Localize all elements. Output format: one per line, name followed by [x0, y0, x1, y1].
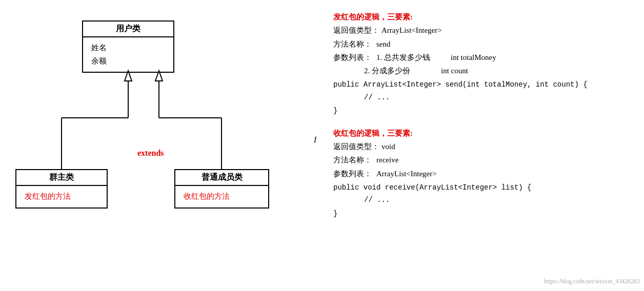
member-class-box: 普通成员类 收红包的方法: [174, 169, 269, 209]
receive-return-type: 返回值类型： void: [333, 140, 629, 153]
receive-code-body: // ...: [364, 194, 629, 206]
receive-title: 收红包的逻辑，三要素:: [333, 127, 629, 140]
cursor-indicator: I: [314, 135, 316, 144]
send-section: 发红包的逻辑，三要素: 返回值类型： ArrayList<Integer> 方法…: [333, 10, 629, 117]
host-class-body: 发红包的方法: [16, 186, 107, 207]
receive-method-name: 方法名称： receive: [333, 153, 629, 167]
send-code-sig: public ArrayList<Integer> send(int total…: [333, 78, 629, 91]
text-area: 发红包的逻辑，三要素: 返回值类型： ArrayList<Integer> 方法…: [318, 0, 644, 291]
member-class-body: 收红包的方法: [175, 186, 268, 207]
send-code-body: // ...: [364, 91, 629, 104]
user-class-box: 用户类 姓名 余额: [82, 20, 174, 73]
extends-label: extends: [137, 149, 164, 158]
user-class-body: 姓名 余额: [83, 37, 173, 72]
receive-code-close: }: [333, 207, 629, 220]
send-param2: 2. 分成多少份 int count: [364, 64, 629, 77]
host-class-title: 群主类: [16, 170, 107, 185]
receive-params: 参数列表： ArrayList<Integer>: [333, 167, 629, 180]
receive-section: 收红包的逻辑，三要素: 返回值类型： void 方法名称： receive 参数…: [333, 127, 629, 220]
receive-code-sig: public void receive(ArrayList<Integer> l…: [333, 181, 629, 194]
send-code-close: }: [333, 105, 629, 117]
member-class-title: 普通成员类: [175, 170, 268, 185]
diagram-area: 用户类 姓名 余额 群主类 发红包的方法 普通成员类 收红包的方法 extend…: [0, 0, 318, 291]
user-class-title: 用户类: [83, 22, 173, 36]
host-class-method: 发红包的方法: [25, 190, 98, 203]
send-params: 参数列表： 1. 总共发多少钱 int totalMoney: [333, 51, 629, 64]
send-method-name: 方法名称： send: [333, 37, 629, 51]
member-class-method: 收红包的方法: [184, 190, 260, 203]
send-return-type: 返回值类型： ArrayList<Integer>: [333, 24, 629, 37]
send-title: 发红包的逻辑，三要素:: [333, 10, 629, 24]
main-container: 用户类 姓名 余额 群主类 发红包的方法 普通成员类 收红包的方法 extend…: [0, 0, 644, 291]
user-field-balance: 余额: [91, 55, 165, 68]
watermark: https://blog.csdn.net/weixin_43428283: [544, 276, 640, 287]
user-field-name: 姓名: [91, 41, 165, 55]
host-class-box: 群主类 发红包的方法: [15, 169, 108, 209]
